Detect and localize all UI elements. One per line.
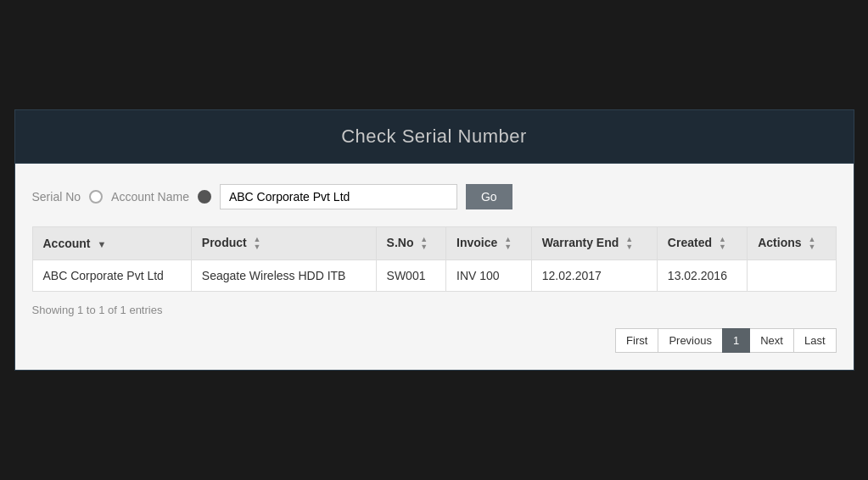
cell-product: Seagate Wireless HDD ITB — [191, 260, 376, 292]
col-sno[interactable]: S.No ▲▼ — [376, 226, 445, 260]
sno-sort-icon[interactable]: ▲▼ — [420, 236, 428, 251]
cell-account: ABC Corporate Pvt Ltd — [32, 260, 191, 292]
account-name-label: Account Name — [111, 190, 189, 204]
table-header-row: Account ▼ Product ▲▼ S.No ▲▼ Invoice ▲▼ — [32, 226, 836, 260]
page-header: Check Serial Number — [15, 110, 854, 164]
go-button[interactable]: Go — [466, 184, 512, 209]
account-name-radio[interactable] — [198, 190, 211, 204]
showing-text: Showing 1 to 1 of 1 entries — [32, 304, 837, 316]
page-1-button[interactable]: 1 — [722, 328, 750, 353]
cell-actions — [748, 260, 836, 292]
previous-button[interactable]: Previous — [658, 328, 723, 353]
col-warranty-end[interactable]: Warranty End ▲▼ — [531, 226, 657, 260]
pagination: First Previous 1 Next Last — [32, 328, 837, 353]
content-area: Serial No Account Name Go Account ▼ Prod… — [15, 164, 854, 370]
col-actions[interactable]: Actions ▲▼ — [748, 226, 836, 260]
last-button[interactable]: Last — [793, 328, 837, 353]
data-table: Account ▼ Product ▲▼ S.No ▲▼ Invoice ▲▼ — [32, 226, 837, 292]
serial-no-label: Serial No — [32, 190, 81, 204]
filter-row: Serial No Account Name Go — [32, 181, 837, 213]
next-button[interactable]: Next — [749, 328, 794, 353]
col-created[interactable]: Created ▲▼ — [657, 226, 747, 260]
main-container: Check Serial Number Serial No Account Na… — [14, 109, 854, 371]
col-invoice[interactable]: Invoice ▲▼ — [446, 226, 532, 260]
first-button[interactable]: First — [615, 328, 658, 353]
cell-warranty_end: 12.02.2017 — [531, 260, 657, 292]
page-title: Check Serial Number — [15, 126, 854, 148]
serial-no-radio[interactable] — [89, 190, 103, 204]
table-row: ABC Corporate Pvt LtdSeagate Wireless HD… — [32, 260, 836, 292]
created-sort-icon[interactable]: ▲▼ — [719, 236, 726, 251]
cell-created: 13.02.2016 — [657, 260, 747, 292]
search-input[interactable] — [220, 184, 457, 209]
warranty-sort-icon[interactable]: ▲▼ — [625, 236, 633, 251]
col-account[interactable]: Account ▼ — [32, 226, 191, 260]
cell-sno: SW001 — [376, 260, 445, 292]
cell-invoice: INV 100 — [446, 260, 532, 292]
invoice-sort-icon[interactable]: ▲▼ — [504, 236, 512, 251]
table-body: ABC Corporate Pvt LtdSeagate Wireless HD… — [32, 260, 836, 292]
account-dropdown-icon[interactable]: ▼ — [97, 239, 106, 249]
actions-sort-icon[interactable]: ▲▼ — [808, 236, 815, 251]
col-product[interactable]: Product ▲▼ — [191, 226, 376, 260]
product-sort-icon[interactable]: ▲▼ — [254, 236, 261, 251]
